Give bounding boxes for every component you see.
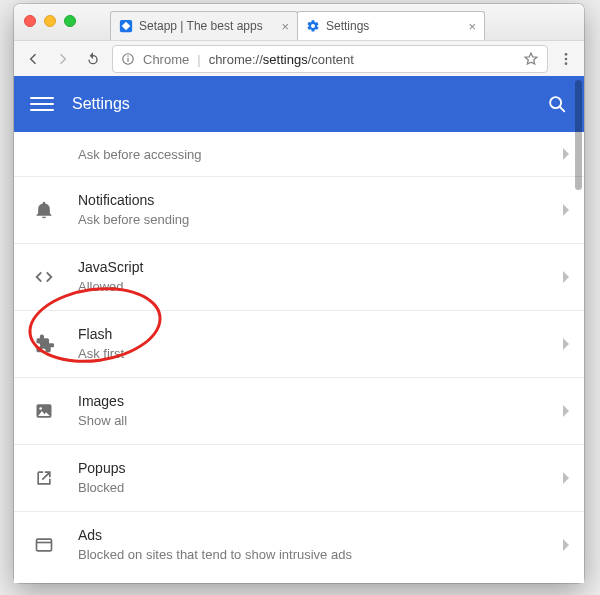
content-row-flash[interactable]: Flash Ask first — [14, 311, 584, 378]
content-row-popups[interactable]: Popups Blocked — [14, 445, 584, 512]
row-title: Images — [78, 393, 127, 411]
browser-tab-settings[interactable]: Settings × — [297, 11, 485, 40]
svg-point-7 — [565, 62, 568, 65]
chevron-right-icon — [562, 148, 570, 160]
content-settings-list: Ask before accessing Notifications Ask b… — [14, 132, 584, 578]
row-subtitle: Allowed — [78, 279, 143, 295]
content-row-location[interactable]: Ask before accessing — [14, 132, 584, 177]
row-subtitle: Ask before sending — [78, 212, 189, 228]
settings-title: Settings — [72, 95, 130, 113]
svg-rect-3 — [127, 58, 128, 62]
setapp-favicon — [119, 19, 133, 33]
window-icon — [32, 535, 56, 555]
open-in-new-icon — [32, 468, 56, 488]
row-title: Ads — [78, 527, 352, 545]
site-info-icon[interactable] — [121, 52, 135, 66]
row-subtitle: Blocked — [78, 480, 125, 496]
content-row-ads[interactable]: Ads Blocked on sites that tend to show i… — [14, 512, 584, 578]
chevron-right-icon — [562, 338, 570, 350]
settings-header: Settings — [14, 76, 584, 132]
search-icon[interactable] — [546, 93, 568, 115]
reload-button[interactable] — [82, 48, 104, 70]
chevron-right-icon — [562, 405, 570, 417]
row-title: Popups — [78, 460, 125, 478]
chevron-right-icon — [562, 204, 570, 216]
row-subtitle: Ask before accessing — [78, 147, 202, 163]
extension-icon — [32, 334, 56, 354]
content-row-images[interactable]: Images Show all — [14, 378, 584, 445]
chevron-right-icon — [562, 472, 570, 484]
row-subtitle: Show all — [78, 413, 127, 429]
row-title: JavaScript — [78, 259, 143, 277]
browser-tab-setapp[interactable]: Setapp | The best apps × — [110, 11, 298, 40]
tab-title: Settings — [326, 19, 460, 33]
location-icon — [32, 144, 56, 164]
window-minimize-button[interactable] — [44, 15, 56, 27]
chevron-right-icon — [562, 271, 570, 283]
tab-close-button[interactable]: × — [281, 20, 289, 33]
settings-favicon — [306, 19, 320, 33]
browser-toolbar: Chrome | chrome://settings/content — [14, 41, 584, 78]
traffic-lights — [24, 15, 76, 27]
row-title: Flash — [78, 326, 124, 344]
vertical-scrollbar[interactable] — [575, 80, 582, 190]
svg-point-5 — [565, 53, 568, 56]
image-icon — [32, 401, 56, 421]
browser-menu-button[interactable] — [556, 51, 576, 67]
code-icon — [32, 266, 56, 288]
row-title: Notifications — [78, 192, 189, 210]
url-scheme-label: Chrome — [143, 52, 189, 67]
tab-title: Setapp | The best apps — [139, 19, 273, 33]
content-row-javascript[interactable]: JavaScript Allowed — [14, 244, 584, 311]
bookmark-star-icon[interactable] — [523, 51, 539, 67]
tab-close-button[interactable]: × — [468, 20, 476, 33]
chevron-right-icon — [562, 539, 570, 551]
forward-button[interactable] — [52, 48, 74, 70]
window-zoom-button[interactable] — [64, 15, 76, 27]
svg-point-6 — [565, 58, 568, 61]
back-button[interactable] — [22, 48, 44, 70]
svg-rect-12 — [37, 539, 52, 551]
bell-icon — [32, 200, 56, 220]
address-bar[interactable]: Chrome | chrome://settings/content — [112, 45, 548, 73]
svg-rect-4 — [127, 56, 128, 57]
row-subtitle: Ask first — [78, 346, 124, 362]
window-close-button[interactable] — [24, 15, 36, 27]
content-row-notifications[interactable]: Notifications Ask before sending — [14, 177, 584, 244]
row-subtitle: Blocked on sites that tend to show intru… — [78, 547, 352, 563]
menu-icon[interactable] — [30, 92, 54, 116]
svg-point-11 — [39, 407, 42, 410]
svg-line-9 — [560, 107, 565, 112]
tab-strip: Setapp | The best apps × Settings × — [110, 11, 578, 40]
page-content: Settings Ask before accessing — [14, 76, 584, 583]
window-titlebar: Setapp | The best apps × Settings × — [14, 4, 584, 41]
url-text: chrome://settings/content — [209, 52, 354, 67]
